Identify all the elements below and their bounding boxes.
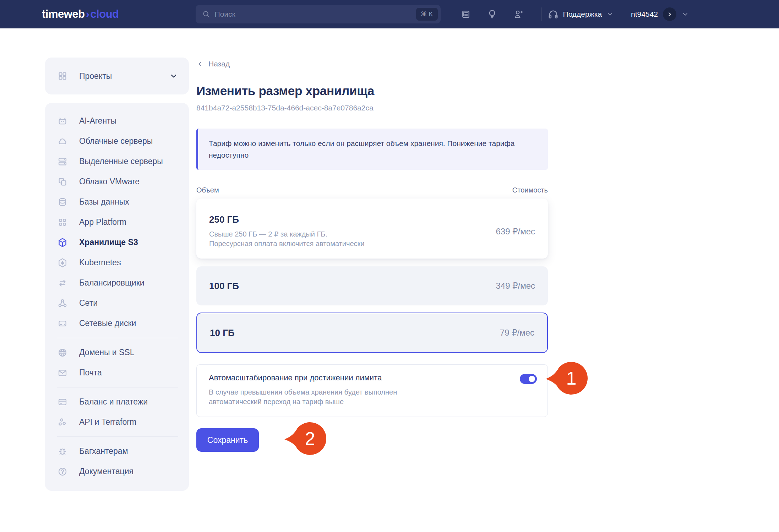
database-icon — [57, 197, 69, 207]
app-grid-icon — [57, 217, 69, 228]
plan-option-100gb[interactable]: 100 ГБ 349 ₽/мес — [196, 266, 548, 305]
autoscale-text: Автомасштабирование при достижении лимит… — [209, 373, 397, 407]
sidebar-item-label: API и Terraform — [79, 417, 136, 427]
autoscale-toggle[interactable] — [520, 374, 537, 384]
timeweb-cloud-logo[interactable]: timeweb › cloud — [42, 8, 119, 21]
robot-icon — [57, 116, 69, 126]
sidebar-item-label: Сетевые диски — [79, 319, 136, 328]
sidebar-projects-selector[interactable]: Проекты — [45, 58, 189, 94]
bug-icon — [57, 446, 69, 457]
annotation-badge-1: 1 — [545, 361, 588, 395]
sidebar-item-bughunters[interactable]: Багхантерам — [45, 441, 189, 461]
news-icon[interactable] — [461, 9, 471, 20]
account-chevron-right-icon[interactable] — [663, 7, 676, 21]
autoscale-description: В случае превышения объема хранения буде… — [209, 387, 397, 407]
sidebar-divider — [57, 338, 178, 338]
sidebar-item-balancers[interactable]: Балансировщики — [45, 273, 189, 293]
toggle-knob — [529, 376, 535, 382]
autoscale-description-line: В случае превышения объема хранения буде… — [209, 387, 397, 397]
plan-option-10gb-selected[interactable]: 10 ГБ 79 ₽/мес — [196, 313, 548, 353]
sidebar-item-label: Базы данных — [79, 197, 129, 207]
plan-price: 349 ₽/мес — [496, 281, 535, 291]
annotation-balloon-icon — [284, 422, 327, 456]
sidebar-divider — [57, 436, 178, 437]
annotation-number: 1 — [555, 362, 588, 395]
sidebar-item-app-platform[interactable]: App Platform — [45, 212, 189, 232]
plan-price: 79 ₽/мес — [500, 328, 534, 338]
cost-column-header: Стоимость — [512, 186, 548, 194]
lightbulb-icon[interactable] — [487, 9, 497, 20]
page-title: Изменить размер хранилища — [196, 84, 548, 98]
plan-table-headers: Объем Стоимость — [196, 186, 548, 194]
credit-card-icon — [57, 397, 69, 407]
plan-price: 639 ₽/мес — [496, 227, 535, 237]
sidebar-item-s3-storage[interactable]: Хранилище S3 — [45, 232, 189, 253]
plan-description-line: Поресурсная оплата включится автоматичес… — [209, 239, 364, 249]
plan-info: 250 ГБ Свыше 250 ГБ — 2 ₽ за каждый ГБ. … — [209, 214, 364, 249]
navbar-divider — [541, 7, 542, 21]
sidebar-divider — [57, 387, 178, 387]
envelope-icon — [57, 368, 69, 378]
sidebar-item-billing[interactable]: Баланс и платежи — [45, 392, 189, 412]
account-menu[interactable]: nt94542 — [631, 7, 689, 21]
sidebar-item-label: AI-Агенты — [79, 116, 116, 126]
chevron-down-icon — [681, 10, 689, 18]
save-button[interactable]: Сохранить — [196, 428, 259, 452]
sidebar-item-dedicated-servers[interactable]: Выделенные серверы — [45, 151, 189, 172]
sidebar-item-label: Выделенные серверы — [79, 157, 163, 166]
logo-brand-text: timeweb — [42, 8, 85, 21]
cube-icon — [57, 237, 69, 248]
top-navbar: timeweb › cloud ⌘ K — [0, 0, 779, 28]
back-label: Назад — [208, 60, 230, 68]
sidebar-item-mail[interactable]: Почта — [45, 363, 189, 383]
annotation-balloon-icon — [545, 361, 588, 395]
headphones-icon — [548, 9, 559, 20]
add-user-icon[interactable] — [513, 9, 524, 20]
sidebar-item-label: Облако VMware — [79, 177, 140, 186]
sidebar-item-networks[interactable]: Сети — [45, 293, 189, 313]
sidebar-item-documentation[interactable]: Документация — [45, 461, 189, 482]
logo-chevron-icon: › — [86, 8, 89, 21]
disk-icon — [57, 318, 69, 329]
sidebar-item-label: Kubernetes — [79, 258, 121, 267]
cloud-icon — [57, 136, 69, 147]
network-nodes-icon — [57, 298, 69, 309]
sidebar-item-kubernetes[interactable]: Kubernetes — [45, 253, 189, 273]
search-icon — [202, 10, 211, 18]
plan-option-250gb[interactable]: 250 ГБ Свыше 250 ГБ — 2 ₽ за каждый ГБ. … — [196, 199, 548, 259]
chevron-left-icon — [196, 60, 204, 68]
support-label: Поддержка — [563, 10, 602, 18]
sidebar-item-domains-ssl[interactable]: Домены и SSL — [45, 342, 189, 363]
sidebar-item-label: Багхантерам — [79, 446, 128, 456]
volume-column-header: Объем — [196, 186, 219, 194]
sidebar-item-label: Баланс и платежи — [79, 397, 148, 407]
sidebar-item-cloud-servers[interactable]: Облачные серверы — [45, 131, 189, 151]
annotation-number: 2 — [294, 422, 326, 455]
sidebar-item-network-disks[interactable]: Сетевые диски — [45, 313, 189, 333]
annotation-badge-2: 2 — [284, 422, 327, 456]
sidebar-item-label: Хранилище S3 — [79, 238, 138, 247]
back-link[interactable]: Назад — [196, 60, 230, 68]
sidebar: Проекты AI-Агенты — [45, 58, 189, 491]
support-menu[interactable]: Поддержка — [548, 9, 614, 20]
sidebar-item-ai-agents[interactable]: AI-Агенты — [45, 111, 189, 131]
plan-size: 100 ГБ — [209, 281, 239, 292]
sidebar-item-label: Сети — [79, 298, 98, 308]
chevron-down-icon — [606, 10, 614, 18]
globe-icon — [57, 347, 69, 358]
storage-resource-id: 841b4a72-a2558b13-75da-466d-acec-8a7e078… — [196, 104, 548, 112]
autoscale-description-line: автоматический переход на тариф выше — [209, 397, 397, 407]
projects-label: Проекты — [79, 71, 169, 81]
plan-description-line: Свыше 250 ГБ — 2 ₽ за каждый ГБ. — [209, 229, 364, 239]
sidebar-item-databases[interactable]: Базы данных — [45, 192, 189, 212]
sidebar-item-vmware-cloud[interactable]: Облако VMware — [45, 172, 189, 192]
tariff-notice-banner: Тариф можно изменить только если он расш… — [196, 129, 548, 170]
sidebar-item-label: App Platform — [79, 217, 126, 227]
sidebar-item-label: Балансировщики — [79, 278, 145, 288]
sidebar-menu: AI-Агенты Облачные серверы Выделенн — [45, 103, 189, 491]
plan-description: Свыше 250 ГБ — 2 ₽ за каждый ГБ. Поресур… — [209, 229, 364, 249]
global-search[interactable]: ⌘ K — [196, 5, 441, 23]
chevron-down-icon — [169, 71, 178, 81]
search-input[interactable] — [215, 10, 416, 18]
sidebar-item-api-terraform[interactable]: API и Terraform — [45, 412, 189, 432]
